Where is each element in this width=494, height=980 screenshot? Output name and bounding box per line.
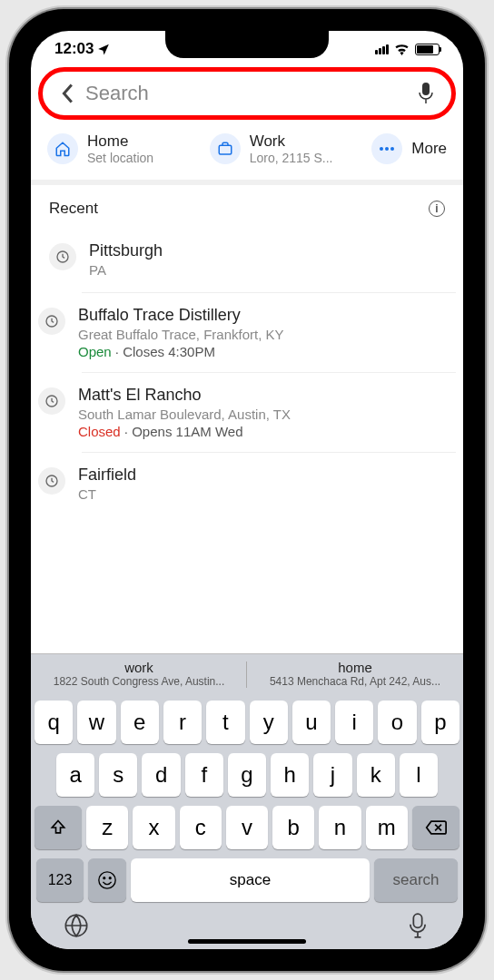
key-j[interactable]: j xyxy=(313,753,351,797)
search-key[interactable]: search xyxy=(374,858,458,902)
svg-point-3 xyxy=(385,147,389,151)
key-g[interactable]: g xyxy=(228,753,266,797)
space-key[interactable]: space xyxy=(131,858,370,902)
recent-title: Recent xyxy=(49,200,98,218)
recent-item-3[interactable]: FairfieldCT xyxy=(82,452,456,516)
suggestion-0[interactable]: work 1822 South Congress Ave, Austin... xyxy=(31,654,247,695)
screen: 12:03 Home Set location Work Loro, 2115 … xyxy=(31,31,463,949)
key-d[interactable]: d xyxy=(142,753,180,797)
shortcut-work-title: Work xyxy=(250,132,333,151)
svg-point-2 xyxy=(380,147,383,151)
numbers-key[interactable]: 123 xyxy=(36,858,84,902)
svg-rect-0 xyxy=(422,83,430,95)
search-input[interactable] xyxy=(85,82,407,105)
shortcut-home[interactable]: Home Set location xyxy=(47,132,203,165)
home-indicator[interactable] xyxy=(188,939,306,944)
info-icon[interactable]: i xyxy=(429,201,445,217)
recent-section: Recent i PittsburghPABuffalo Trace Disti… xyxy=(31,185,463,653)
search-bar-container xyxy=(44,73,450,114)
svg-rect-13 xyxy=(413,914,421,927)
shift-key[interactable] xyxy=(35,806,82,849)
key-b[interactable]: b xyxy=(272,806,314,849)
keyboard: qwertyuiop asdfghjkl zxcvbnm 123 space s… xyxy=(31,695,463,949)
shortcut-home-title: Home xyxy=(87,132,153,151)
emoji-key[interactable] xyxy=(88,858,126,902)
key-q[interactable]: q xyxy=(35,701,73,744)
key-o[interactable]: o xyxy=(378,701,416,744)
key-k[interactable]: k xyxy=(357,753,395,797)
notch xyxy=(165,31,329,58)
clock-icon xyxy=(38,308,65,335)
svg-rect-1 xyxy=(219,145,232,154)
svg-point-11 xyxy=(109,877,111,879)
signal-icon xyxy=(375,44,389,54)
shortcut-work-sub: Loro, 2115 S... xyxy=(250,151,333,165)
battery-icon xyxy=(415,44,440,55)
shortcut-more[interactable]: More xyxy=(371,132,447,165)
clock-icon xyxy=(49,243,76,270)
recent-item-1[interactable]: Buffalo Trace DistilleryGreat Buffalo Tr… xyxy=(82,292,456,372)
clock-icon xyxy=(38,467,65,495)
key-y[interactable]: y xyxy=(250,701,288,744)
key-s[interactable]: s xyxy=(99,753,137,797)
key-l[interactable]: l xyxy=(400,753,438,797)
shortcut-more-title: More xyxy=(411,140,447,158)
shortcut-work[interactable]: Work Loro, 2115 S... xyxy=(210,132,365,165)
key-t[interactable]: t xyxy=(206,701,244,744)
recent-item-2[interactable]: Matt's El RanchoSouth Lamar Boulevard, A… xyxy=(82,372,456,452)
backspace-key[interactable] xyxy=(412,806,459,849)
key-e[interactable]: e xyxy=(121,701,159,744)
shortcuts-row: Home Set location Work Loro, 2115 S... M… xyxy=(31,120,463,185)
key-i[interactable]: i xyxy=(335,701,373,744)
wifi-icon xyxy=(394,44,410,55)
more-icon xyxy=(371,133,402,164)
svg-point-10 xyxy=(104,877,105,879)
home-icon xyxy=(47,133,78,164)
suggestion-1[interactable]: home 5413 Menchaca Rd, Apt 242, Aus... xyxy=(247,654,463,695)
key-w[interactable]: w xyxy=(77,701,115,744)
key-p[interactable]: p xyxy=(421,701,459,744)
back-chevron-icon[interactable] xyxy=(60,83,74,104)
key-f[interactable]: f xyxy=(185,753,223,797)
location-arrow-icon xyxy=(97,43,110,55)
key-h[interactable]: h xyxy=(271,753,309,797)
globe-icon[interactable] xyxy=(64,913,89,938)
key-m[interactable]: m xyxy=(366,806,408,849)
svg-point-9 xyxy=(99,872,115,888)
microphone-icon[interactable] xyxy=(418,83,434,104)
key-u[interactable]: u xyxy=(292,701,331,744)
key-n[interactable]: n xyxy=(319,806,361,849)
phone-frame: 12:03 Home Set location Work Loro, 2115 … xyxy=(9,9,485,971)
key-x[interactable]: x xyxy=(133,806,174,849)
key-r[interactable]: r xyxy=(163,701,202,744)
briefcase-icon xyxy=(210,133,241,164)
key-v[interactable]: v xyxy=(226,806,268,849)
keyboard-mic-icon[interactable] xyxy=(405,913,430,938)
clock-icon xyxy=(38,387,65,415)
shortcut-home-sub: Set location xyxy=(87,151,153,165)
key-z[interactable]: z xyxy=(86,806,128,849)
recent-item-0[interactable]: PittsburghPA xyxy=(38,229,456,292)
keyboard-suggestions: work 1822 South Congress Ave, Austin... … xyxy=(31,653,463,695)
svg-point-4 xyxy=(390,147,394,151)
key-c[interactable]: c xyxy=(180,806,222,849)
key-a[interactable]: a xyxy=(56,753,94,797)
status-time: 12:03 xyxy=(54,40,94,58)
